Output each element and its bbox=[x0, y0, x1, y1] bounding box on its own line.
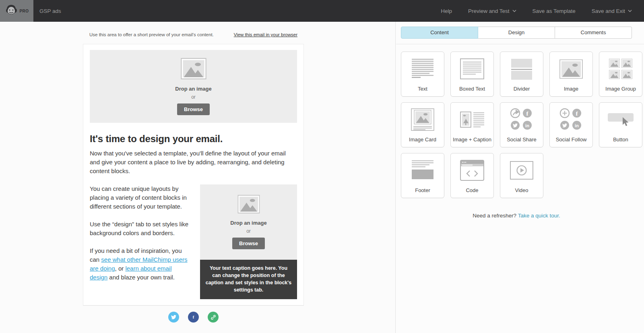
mailchimp-logo[interactable]: PRO bbox=[0, 0, 33, 22]
video-icon bbox=[510, 153, 533, 187]
refresher-text: Need a refresher? bbox=[473, 213, 518, 219]
view-in-browser-link[interactable]: View this email in your browser bbox=[234, 32, 297, 37]
divider-icon bbox=[511, 52, 533, 86]
tab-content[interactable]: Content bbox=[401, 27, 478, 39]
text-column[interactable]: You can create unique layouts by placing… bbox=[90, 184, 190, 299]
preview-and-test-button[interactable]: Preview and Test bbox=[468, 8, 516, 14]
tab-comments[interactable]: Comments bbox=[555, 27, 632, 39]
intro-paragraph[interactable]: Now that you've selected a template, you… bbox=[90, 149, 297, 176]
content-block-image[interactable]: Image bbox=[549, 52, 593, 97]
content-block-image-caption[interactable]: Image + Caption bbox=[450, 102, 494, 147]
content-block-image-card[interactable]: Image Card bbox=[401, 102, 444, 147]
email-canvas-pane: Use this area to offer a short preview o… bbox=[0, 22, 396, 333]
content-blocks-grid: Text Boxed Text Divider bbox=[396, 44, 644, 198]
text-lines-icon bbox=[412, 52, 433, 86]
image-caption-column: Drop an image or Browse Your text captio… bbox=[200, 184, 297, 299]
save-as-template-button[interactable]: Save as Template bbox=[533, 8, 576, 14]
browse-button[interactable]: Browse bbox=[232, 238, 265, 249]
preheader-text[interactable]: Use this area to offer a short preview o… bbox=[89, 32, 214, 37]
image-placeholder-icon bbox=[237, 195, 260, 215]
boxed-text-icon bbox=[460, 52, 484, 86]
social-share-icon: f in bbox=[510, 103, 533, 137]
content-block-social-follow[interactable]: f in Social Follow bbox=[549, 102, 593, 147]
image-drop-zone[interactable]: Drop an image or Browse bbox=[200, 184, 297, 260]
drop-an-image-label: Drop an image bbox=[230, 220, 266, 226]
image-placeholder-icon bbox=[181, 58, 206, 81]
column-paragraph-1: You can create unique layouts by placing… bbox=[90, 184, 190, 211]
image-card-icon bbox=[411, 103, 434, 137]
pro-badge: PRO bbox=[19, 9, 29, 13]
svg-text:in: in bbox=[575, 123, 579, 128]
or-label: or bbox=[246, 228, 251, 234]
content-block-social-share[interactable]: f in Social Share bbox=[500, 102, 543, 147]
svg-text:in: in bbox=[525, 123, 529, 128]
content-block-video[interactable]: Video bbox=[500, 153, 543, 198]
or-label: or bbox=[191, 94, 196, 100]
footer-icon bbox=[412, 153, 433, 187]
save-and-exit-button[interactable]: Save and Exit bbox=[592, 8, 632, 14]
tab-design[interactable]: Design bbox=[478, 27, 555, 39]
content-block-divider[interactable]: Divider bbox=[500, 52, 543, 97]
drop-an-image-label: Drop an image bbox=[175, 86, 211, 92]
button-cursor-icon bbox=[607, 103, 634, 137]
social-follow-icon: f in bbox=[559, 103, 583, 137]
chevron-down-icon bbox=[628, 10, 632, 12]
email-heading[interactable]: It's time to design your email. bbox=[90, 133, 297, 145]
content-block-text[interactable]: Text bbox=[401, 52, 444, 97]
browse-button[interactable]: Browse bbox=[177, 103, 210, 115]
caption-block[interactable]: Your text caption goes here. You can cha… bbox=[200, 260, 297, 299]
sidebar-tabs: Content Design Comments bbox=[401, 27, 632, 39]
content-block-code[interactable]: Code bbox=[450, 153, 494, 198]
content-block-image-group[interactable]: Image Group bbox=[599, 52, 642, 97]
column-paragraph-3: If you need a bit of inspiration, you ca… bbox=[90, 246, 190, 282]
svg-text:f: f bbox=[193, 315, 194, 319]
take-a-quick-tour-link[interactable]: Take a quick tour. bbox=[518, 213, 560, 219]
help-button[interactable]: Help bbox=[441, 8, 452, 14]
twitter-icon[interactable] bbox=[168, 312, 179, 323]
content-block-boxed-text[interactable]: Boxed Text bbox=[450, 52, 494, 97]
image-icon bbox=[559, 52, 583, 86]
email-body: Drop an image or Browse It's time to des… bbox=[83, 44, 304, 306]
image-plus-caption-icon bbox=[460, 103, 484, 137]
link-icon[interactable] bbox=[208, 312, 219, 323]
freddie-monkey-icon bbox=[4, 3, 18, 19]
topbar-menu: Help Preview and Test Save as Template S… bbox=[441, 8, 644, 14]
email-footer-social-row: f bbox=[83, 312, 304, 323]
content-block-button[interactable]: Button bbox=[599, 102, 642, 147]
chevron-down-icon bbox=[512, 10, 516, 12]
image-drop-zone[interactable]: Drop an image or Browse bbox=[90, 50, 297, 123]
refresher-row: Need a refresher? Take a quick tour. bbox=[401, 213, 632, 219]
facebook-icon[interactable]: f bbox=[188, 312, 199, 323]
topbar: PRO GSP ads Help Preview and Test Save a… bbox=[0, 0, 644, 22]
content-block-footer[interactable]: Footer bbox=[401, 153, 444, 198]
campaign-title: GSP ads bbox=[39, 8, 61, 14]
editor-sidebar: Content Design Comments Text Box bbox=[396, 22, 644, 333]
image-group-icon bbox=[609, 52, 632, 86]
column-paragraph-2: Use the “design” tab to set styles like … bbox=[90, 220, 190, 238]
preheader-row: Use this area to offer a short preview o… bbox=[83, 32, 304, 37]
code-icon bbox=[460, 153, 484, 187]
